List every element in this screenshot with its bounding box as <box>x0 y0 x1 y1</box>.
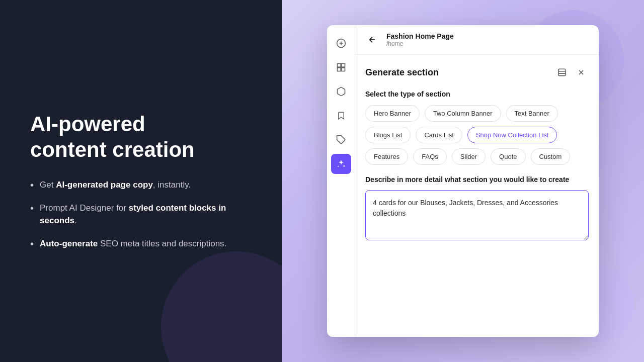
chip-shop-now-collection-list[interactable]: Shop Now Collection List <box>467 127 557 143</box>
sidebar-icon-box[interactable] <box>331 81 351 102</box>
chip-text-banner[interactable]: Text Banner <box>506 105 558 122</box>
page-info: Fashion Home Page /home <box>386 32 454 47</box>
chip-faqs[interactable]: FAQs <box>413 148 447 165</box>
main-content: Fashion Home Page /home Generate section <box>355 25 599 337</box>
page-title: Fashion Home Page <box>386 32 454 40</box>
right-panel: Fashion Home Page /home Generate section <box>282 0 644 362</box>
chip-cards-list[interactable]: Cards List <box>416 127 462 143</box>
chips-container: Hero Banner Two Column Banner Text Banne… <box>365 105 589 165</box>
chip-slider[interactable]: Slider <box>452 148 486 165</box>
chip-two-column-banner[interactable]: Two Column Banner <box>425 105 501 122</box>
describe-label: Describe in more detail what section you… <box>365 175 589 185</box>
close-button[interactable] <box>574 65 589 80</box>
sidebar <box>327 25 355 337</box>
sidebar-icon-bookmark[interactable] <box>331 106 351 126</box>
chip-features[interactable]: Features <box>365 148 408 165</box>
svg-rect-5 <box>337 68 341 71</box>
bullet-item-3: Auto-generate SEO meta titles and descri… <box>30 237 252 250</box>
describe-textarea[interactable]: 4 cards for our Blouses, Jackets, Dresse… <box>365 190 589 240</box>
svg-rect-3 <box>337 64 341 67</box>
left-panel: AI-powered content creation Get AI-gener… <box>0 0 282 362</box>
main-heading: AI-powered content creation <box>30 112 252 162</box>
layout-view-button[interactable] <box>554 65 570 80</box>
svg-rect-6 <box>341 68 345 71</box>
generate-panel: Generate section <box>355 55 599 337</box>
sidebar-icon-layout[interactable] <box>331 57 351 77</box>
chip-hero-banner[interactable]: Hero Banner <box>365 105 420 122</box>
sidebar-icon-plus[interactable] <box>331 33 351 53</box>
sidebar-icon-tag[interactable] <box>331 130 351 150</box>
panel-title: Generate section <box>365 67 439 78</box>
header-bar: Fashion Home Page /home <box>355 25 599 55</box>
bullet-item-2: Prompt AI Designer for styled content bl… <box>30 202 252 227</box>
chip-custom[interactable]: Custom <box>531 148 571 165</box>
page-path: /home <box>386 40 454 47</box>
chip-blogs-list[interactable]: Blogs List <box>365 127 411 143</box>
panel-header: Generate section <box>365 65 589 80</box>
app-window: Fashion Home Page /home Generate section <box>327 25 599 337</box>
panel-actions <box>554 65 589 80</box>
sidebar-icon-ai[interactable] <box>331 154 351 174</box>
bullet-list: Get AI-generated page copy, instantly. P… <box>30 178 252 250</box>
svg-rect-4 <box>341 64 345 67</box>
chip-quote[interactable]: Quote <box>491 148 525 165</box>
back-button[interactable] <box>365 33 379 47</box>
section-type-label: Select the type of section <box>365 90 589 98</box>
bullet-item-1: Get AI-generated page copy, instantly. <box>30 178 252 192</box>
svg-rect-8 <box>558 69 566 76</box>
